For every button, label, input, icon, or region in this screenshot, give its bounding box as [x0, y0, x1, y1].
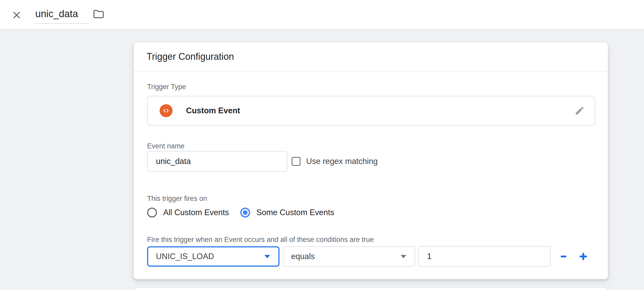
add-condition-button[interactable] — [578, 251, 588, 262]
condition-variable-value: UNIC_IS_LOAD — [156, 252, 214, 261]
condition-operator-value: equals — [291, 252, 315, 261]
minus-icon — [561, 255, 566, 258]
folder-icon — [92, 8, 105, 20]
trigger-type-label: Trigger Type — [147, 83, 186, 91]
remove-condition-button[interactable] — [558, 251, 569, 262]
regex-matching-checkbox[interactable] — [292, 157, 300, 166]
custom-event-icon — [160, 104, 173, 117]
condition-operator-select[interactable]: equals — [283, 246, 415, 267]
code-brackets-icon — [162, 106, 170, 115]
chevron-down-icon — [264, 255, 270, 258]
card-header: Trigger Configuration — [134, 42, 608, 71]
regex-matching-label[interactable]: Use regex matching — [306, 157, 378, 166]
next-section-card — [134, 287, 608, 290]
fires-on-label: This trigger fires on — [147, 195, 207, 203]
condition-value-input[interactable]: 1 — [418, 246, 551, 267]
pencil-icon — [574, 106, 585, 116]
trigger-configuration-card: Trigger Configuration Trigger Type Custo… — [134, 42, 608, 279]
folder-button[interactable] — [91, 7, 106, 21]
close-button[interactable] — [10, 9, 23, 21]
topbar: unic_data — [0, 0, 644, 30]
radio-selected-icon[interactable] — [240, 208, 250, 218]
card-title: Trigger Configuration — [147, 51, 234, 62]
condition-variable-select[interactable]: UNIC_IS_LOAD — [147, 246, 279, 267]
radio-label-some-custom-events[interactable]: Some Custom Events — [256, 208, 334, 217]
radio-dot — [243, 210, 248, 215]
chevron-down-icon — [401, 255, 406, 258]
trigger-type-value: Custom Event — [186, 106, 240, 115]
event-name-row: unic_data Use regex matching — [147, 151, 378, 172]
plus-icon — [580, 253, 587, 260]
close-icon — [11, 10, 22, 21]
radio-option-all-custom-events[interactable]: All Custom Events — [147, 208, 229, 218]
card-body: Trigger Type Custom Event Event name uni… — [134, 71, 608, 279]
trigger-type-selector[interactable]: Custom Event — [147, 96, 595, 126]
event-name-label: Event name — [147, 142, 184, 150]
radio-unselected-icon[interactable] — [147, 208, 157, 218]
condition-row: UNIC_IS_LOAD equals 1 — [147, 246, 588, 267]
radio-label-all-custom-events[interactable]: All Custom Events — [163, 208, 229, 217]
fires-on-options: All Custom Events Some Custom Events — [147, 208, 334, 218]
edit-trigger-type-button[interactable] — [574, 105, 585, 116]
conditions-label: Fire this trigger when an Event occurs a… — [147, 236, 374, 244]
radio-option-some-custom-events[interactable]: Some Custom Events — [240, 208, 334, 218]
event-name-input[interactable]: unic_data — [147, 151, 287, 172]
trigger-name-input[interactable]: unic_data — [35, 7, 88, 24]
